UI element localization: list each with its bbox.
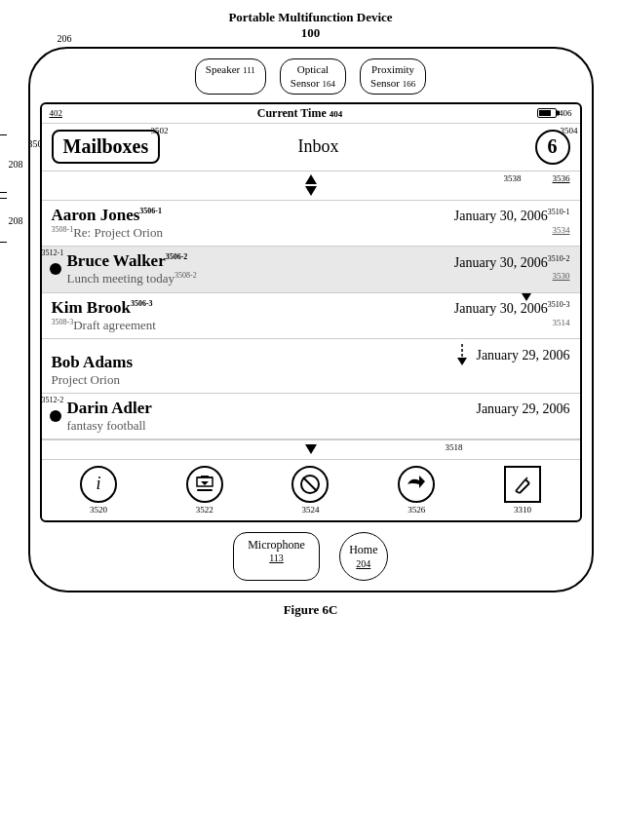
email-date: January 30, 20063510-2 bbox=[454, 254, 570, 271]
toolbar: i 3520 3522 bbox=[42, 459, 580, 520]
email-date: January 29, 2006 bbox=[476, 401, 569, 417]
ref-208a: 208 bbox=[9, 159, 23, 170]
edit-label: 3310 bbox=[514, 505, 531, 515]
block-svg bbox=[298, 473, 322, 496]
email-date: January 30, 20063510-1 bbox=[454, 208, 570, 224]
email-sender: Kim Brook3506-3 bbox=[52, 298, 153, 318]
screen: 402 Current Time 404 406 Mailboxes 3502 … bbox=[40, 102, 582, 522]
email-sender: Bruce Walker3506-2 bbox=[67, 251, 188, 271]
svg-rect-6 bbox=[197, 489, 213, 491]
svg-line-8 bbox=[303, 477, 317, 491]
email-date: January 30, 20063510-3 bbox=[454, 300, 570, 317]
email-subject: 3508-3Draft agreement 3514 bbox=[52, 318, 570, 333]
speaker-sensor: Speaker 111 bbox=[195, 58, 266, 95]
device-frame: 206 3500A Speaker 111 OpticalSensor 164 … bbox=[28, 47, 594, 592]
optical-sensor: OpticalSensor 164 bbox=[280, 58, 346, 95]
mailboxes-ref: 3502 bbox=[151, 126, 169, 135]
proximity-sensor: ProximitySensor 166 bbox=[360, 58, 426, 95]
edit-button[interactable]: 3310 bbox=[504, 466, 541, 515]
email-row[interactable]: 3512-2 Darin Adler January 29, 2006 fant… bbox=[42, 394, 580, 439]
edit-svg bbox=[512, 474, 533, 495]
email-subject: Project Orion bbox=[52, 372, 570, 388]
page-title: Portable Multifunction Device 100 bbox=[228, 10, 392, 41]
download-icon[interactable] bbox=[186, 466, 223, 503]
download-button[interactable]: 3522 bbox=[186, 466, 223, 515]
delete-ref: 3536 bbox=[553, 173, 570, 183]
email-sender: Bob Adams bbox=[52, 353, 134, 372]
unread-dot bbox=[50, 410, 61, 422]
info-label: 3520 bbox=[90, 505, 107, 515]
unread-dot bbox=[50, 263, 61, 275]
email-date: January 29, 2006 bbox=[476, 348, 569, 363]
svg-line-12 bbox=[516, 491, 520, 493]
dot-ref: 3512-2 bbox=[42, 396, 64, 404]
home-button[interactable]: Home 204 bbox=[339, 532, 388, 581]
email-sender: Darin Adler bbox=[67, 399, 152, 418]
battery: 406 bbox=[537, 108, 572, 118]
svg-marker-5 bbox=[201, 481, 209, 485]
status-bar: 402 Current Time 404 406 bbox=[42, 104, 580, 124]
svg-line-13 bbox=[525, 477, 527, 479]
status-left-ref: 402 bbox=[50, 108, 63, 118]
figure-caption: Figure 6C bbox=[284, 602, 338, 618]
divider-section: 3538 3536 bbox=[42, 172, 580, 201]
badge-ref: 3504 bbox=[561, 126, 578, 135]
block-button[interactable]: 3524 bbox=[291, 466, 329, 515]
sensor-row: Speaker 111 OpticalSensor 164 ProximityS… bbox=[40, 58, 582, 95]
divider-ref: 3538 bbox=[504, 173, 522, 183]
email-subject: fantasy football bbox=[67, 418, 570, 434]
reply-icon[interactable] bbox=[398, 466, 435, 503]
nav-bar: Mailboxes 3502 Inbox 6 3504 bbox=[42, 124, 580, 172]
download-svg bbox=[194, 474, 215, 495]
email-subject: 3508-1Re: Project Orion 3534 bbox=[52, 225, 570, 241]
reply-label: 3526 bbox=[408, 505, 425, 515]
toolbar-arrow bbox=[305, 444, 317, 454]
edit-icon[interactable] bbox=[504, 466, 541, 503]
email-sender: Aaron Jones3506-1 bbox=[52, 206, 163, 225]
block-icon[interactable] bbox=[291, 466, 329, 503]
reply-button[interactable]: 3526 bbox=[398, 466, 435, 515]
status-time: Current Time 404 bbox=[257, 106, 343, 121]
email-row[interactable]: Kim Brook3506-3 January 30, 20063510-3 3… bbox=[42, 293, 580, 339]
email-row[interactable]: Aaron Jones3506-1 January 30, 20063510-1… bbox=[42, 201, 580, 247]
inbox-label: Inbox bbox=[101, 136, 534, 157]
info-button[interactable]: i 3520 bbox=[80, 466, 117, 515]
email-row[interactable]: 3512-1 Bruce Walker3506-2 January 30, 20… bbox=[42, 247, 580, 292]
microphone-button[interactable]: Microphone 113 bbox=[233, 532, 320, 581]
ref-206: 206 bbox=[58, 33, 72, 44]
dashed-arrow bbox=[452, 344, 472, 367]
email-subject: Lunch meeting today3508-2 3530 bbox=[67, 271, 570, 286]
reply-svg bbox=[405, 473, 428, 496]
email-row[interactable]: Bob Adams January 29, 2006 Project Orion bbox=[42, 339, 580, 394]
bottom-buttons: Microphone 113 Home 204 bbox=[40, 532, 582, 581]
info-icon[interactable]: i bbox=[80, 466, 117, 503]
download-label: 3522 bbox=[196, 505, 213, 515]
svg-marker-1 bbox=[457, 358, 467, 365]
dot-ref: 3512-1 bbox=[42, 248, 64, 257]
svg-line-10 bbox=[525, 479, 529, 483]
toolbar-ref: 3518 bbox=[446, 442, 463, 452]
block-label: 3524 bbox=[301, 505, 319, 515]
ref-208b: 208 bbox=[9, 215, 23, 226]
